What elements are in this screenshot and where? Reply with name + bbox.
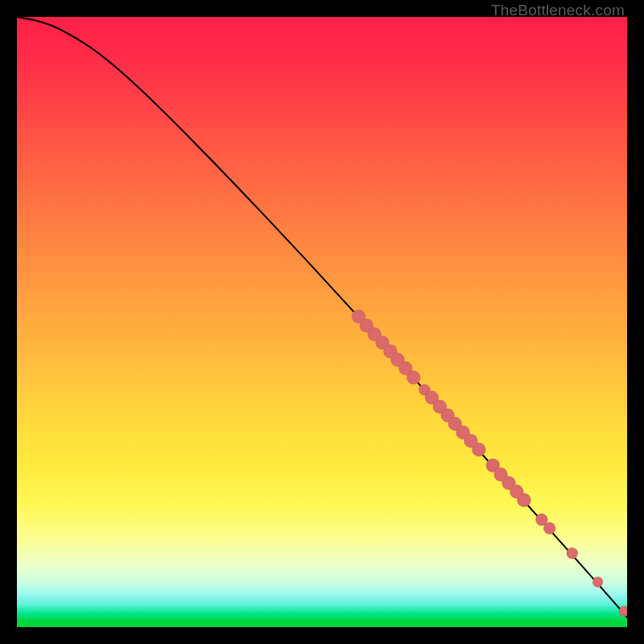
data-point xyxy=(433,400,447,414)
plot-area xyxy=(17,17,627,627)
data-point xyxy=(441,408,455,422)
data-point xyxy=(567,547,578,559)
data-point xyxy=(502,477,515,490)
data-point xyxy=(592,576,603,587)
data-point xyxy=(425,390,439,404)
data-point xyxy=(464,434,477,448)
data-point xyxy=(619,606,627,617)
data-point xyxy=(352,310,365,324)
data-point xyxy=(376,336,390,349)
data-point xyxy=(472,443,485,456)
chart-svg xyxy=(17,17,627,627)
data-point xyxy=(419,384,430,395)
data-point xyxy=(517,493,530,507)
data-point xyxy=(398,361,412,375)
curve-line xyxy=(17,17,627,617)
chart-stage: TheBottleneck.com xyxy=(0,0,644,644)
data-point xyxy=(368,328,382,341)
data-point xyxy=(543,522,555,535)
data-point xyxy=(456,426,470,440)
data-point xyxy=(360,319,374,332)
data-point xyxy=(486,459,500,473)
data-point xyxy=(510,485,523,498)
data-point xyxy=(448,417,462,431)
data-point xyxy=(383,345,397,358)
scatter-points xyxy=(352,310,627,617)
data-point xyxy=(390,353,404,367)
data-point xyxy=(535,514,547,526)
data-point xyxy=(407,370,420,384)
data-point xyxy=(494,468,508,481)
